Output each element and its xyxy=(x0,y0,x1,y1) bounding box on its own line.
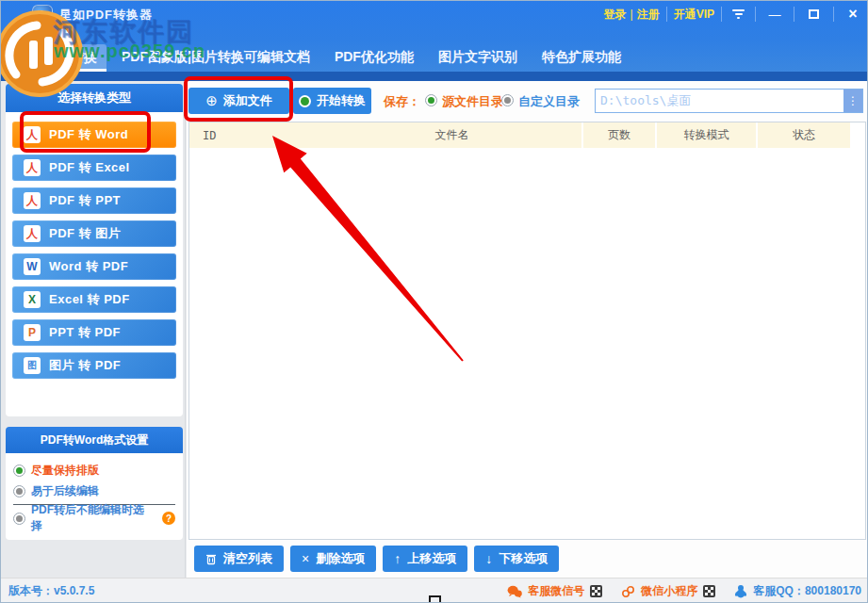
skin-menu-icon[interactable] xyxy=(729,9,748,19)
minimize-button[interactable]: — xyxy=(762,8,787,22)
image-file-icon: 图 xyxy=(24,357,41,374)
file-list-table: ID 文件名 页数 转换模式 状态 xyxy=(188,122,866,540)
radio-icon[interactable] xyxy=(13,513,25,525)
sidebar-item-ppt-to-pdf[interactable]: P PPT 转 PDF xyxy=(12,319,176,346)
radio-custom-dir[interactable] xyxy=(501,94,514,106)
sidebar-item-image-to-pdf[interactable]: 图 图片 转 PDF xyxy=(12,352,176,379)
divider xyxy=(721,7,722,22)
option-not-editable[interactable]: PDF转后不能编辑时选择 ? xyxy=(13,508,175,529)
column-filename: 文件名 xyxy=(322,122,581,148)
trash-icon xyxy=(205,553,217,565)
pdf-file-icon: 人 xyxy=(24,225,41,242)
add-circle-icon: ⊕ xyxy=(205,92,218,109)
conversion-type-header: 选择转换类型 xyxy=(6,84,183,112)
radio-icon[interactable] xyxy=(13,485,25,497)
sidebar-item-pdf-to-image[interactable]: 人 PDF 转 图片 xyxy=(12,220,176,247)
miniprogram-label[interactable]: 微信小程序 xyxy=(641,583,697,599)
custom-dir-label[interactable]: 自定义目录 xyxy=(518,93,580,110)
word-file-icon: W xyxy=(24,258,41,275)
sidebar-item-excel-to-pdf[interactable]: X Excel 转 PDF xyxy=(12,286,176,313)
menu-bottom-strip xyxy=(1,72,868,81)
arrow-up-icon: ↑ xyxy=(394,551,401,566)
table-header-row: ID 文件名 页数 转换模式 状态 xyxy=(189,122,865,148)
help-icon[interactable]: ? xyxy=(162,512,175,525)
option-keep-layout[interactable]: 尽量保持排版 xyxy=(13,460,175,481)
sidebar: 选择转换类型 人 PDF 转 Word 人 PDF 转 Excel 人 PDF … xyxy=(1,81,186,578)
wechat-service-label[interactable]: 客服微信号 xyxy=(528,583,584,599)
wechat-qr-icon[interactable] xyxy=(590,585,602,597)
qq-icon xyxy=(734,584,747,598)
start-convert-button[interactable]: 开始转换 xyxy=(293,88,371,114)
arrow-down-icon: ↓ xyxy=(485,551,492,566)
word-format-settings-panel: 尽量保持排版 易于后续编辑 PDF转后不能编辑时选择 ? xyxy=(6,453,183,540)
add-files-button[interactable]: ⊕ 添加文件 xyxy=(188,88,289,114)
statusbar-contacts: 客服微信号 微信小程序 客服QQ：800180170 xyxy=(507,583,861,599)
source-dir-label[interactable]: 源文件目录 xyxy=(442,93,503,110)
word-format-settings-header: PDF转Word格式设置 xyxy=(6,427,183,453)
window-title: 星如PDF转换器 xyxy=(59,7,153,24)
sidebar-item-pdf-to-excel[interactable]: 人 PDF 转 Excel xyxy=(12,155,176,181)
sidebar-item-word-to-pdf[interactable]: W Word 转 PDF xyxy=(12,253,176,280)
link-icon xyxy=(621,585,635,598)
miniprogram-qr-icon[interactable] xyxy=(703,585,715,597)
tab-ocr[interactable]: 图片文字识别 xyxy=(429,44,527,72)
maximize-button[interactable] xyxy=(809,9,819,19)
main-panel: ⊕ 添加文件 开始转换 保存： 源文件目录 自定义目录 D:\tools\桌面 … xyxy=(187,81,868,578)
pdf-file-icon: 人 xyxy=(24,126,41,143)
column-convert-mode: 转换模式 xyxy=(655,122,756,148)
divider xyxy=(666,7,667,22)
titlebar-controls: 登录 | 注册 开通VIP — × xyxy=(604,1,865,27)
app-window: 星如PDF转换器 登录 | 注册 开通VIP — × PDF格式转换 PDF图象… xyxy=(0,0,868,603)
version-label: 版本号：v5.0.7.5 xyxy=(8,583,94,599)
app-logo-icon xyxy=(32,5,53,25)
login-register-divider: | xyxy=(631,8,633,21)
tab-pdf-optimize[interactable]: PDF优化功能 xyxy=(325,44,423,72)
tab-pdf-format[interactable]: PDF格式转换 xyxy=(8,44,106,72)
tab-extras[interactable]: 特色扩展功能 xyxy=(532,44,631,72)
menu-tabs: PDF格式转换 PDF图象版|图片转换可编辑文档 PDF优化功能 图片文字识别 … xyxy=(8,43,861,72)
login-link[interactable]: 登录 xyxy=(604,7,627,23)
output-path-field[interactable]: D:\tools\桌面 ⋮ xyxy=(595,89,863,113)
wechat-icon xyxy=(507,585,522,598)
stray-square-artifact xyxy=(429,595,441,603)
x-icon: × xyxy=(302,551,309,566)
option-easy-edit[interactable]: 易于后续编辑 xyxy=(13,481,175,501)
column-id: ID xyxy=(189,122,322,148)
move-up-button[interactable]: ↑ 上移选项 xyxy=(383,546,467,572)
list-action-buttons: 清空列表 × 删除选项 ↑ 上移选项 ↓ 下移选项 xyxy=(194,546,559,572)
divider xyxy=(833,7,834,22)
close-button[interactable]: × xyxy=(841,6,865,23)
vip-link[interactable]: 开通VIP xyxy=(674,7,714,23)
titlebar: 星如PDF转换器 登录 | 注册 开通VIP — × xyxy=(1,1,868,27)
sidebar-item-pdf-to-word[interactable]: 人 PDF 转 Word xyxy=(12,122,176,148)
output-path-value[interactable]: D:\tools\桌面 xyxy=(596,92,843,109)
column-status: 状态 xyxy=(756,122,850,148)
browse-folder-button[interactable]: ⋮ xyxy=(843,90,862,112)
radio-selected-icon[interactable] xyxy=(13,464,25,477)
divider xyxy=(794,7,794,22)
pdf-file-icon: 人 xyxy=(24,159,41,176)
radio-source-dir[interactable] xyxy=(425,94,437,106)
clear-list-button[interactable]: 清空列表 xyxy=(194,546,284,572)
sidebar-item-pdf-to-ppt[interactable]: 人 PDF 转 PPT xyxy=(12,187,176,214)
ppt-file-icon: P xyxy=(24,324,41,341)
delete-selected-button[interactable]: × 删除选项 xyxy=(290,546,376,572)
tab-pdf-image-edit[interactable]: PDF图象版|图片转换可编辑文档 xyxy=(112,44,319,72)
qq-service-label[interactable]: 客服QQ：800180170 xyxy=(753,583,861,599)
save-label: 保存： xyxy=(384,93,420,110)
excel-file-icon: X xyxy=(24,291,41,308)
conversion-type-panel: 人 PDF 转 Word 人 PDF 转 Excel 人 PDF 转 PPT 人… xyxy=(6,112,183,416)
divider xyxy=(755,7,756,22)
start-dot-icon xyxy=(299,95,311,107)
move-down-button[interactable]: ↓ 下移选项 xyxy=(474,546,559,572)
register-link[interactable]: 注册 xyxy=(637,7,660,23)
app-body: 选择转换类型 人 PDF 转 Word 人 PDF 转 Excel 人 PDF … xyxy=(1,81,868,578)
pdf-file-icon: 人 xyxy=(24,192,41,209)
header-spacer xyxy=(850,122,865,148)
column-pages: 页数 xyxy=(581,122,655,148)
